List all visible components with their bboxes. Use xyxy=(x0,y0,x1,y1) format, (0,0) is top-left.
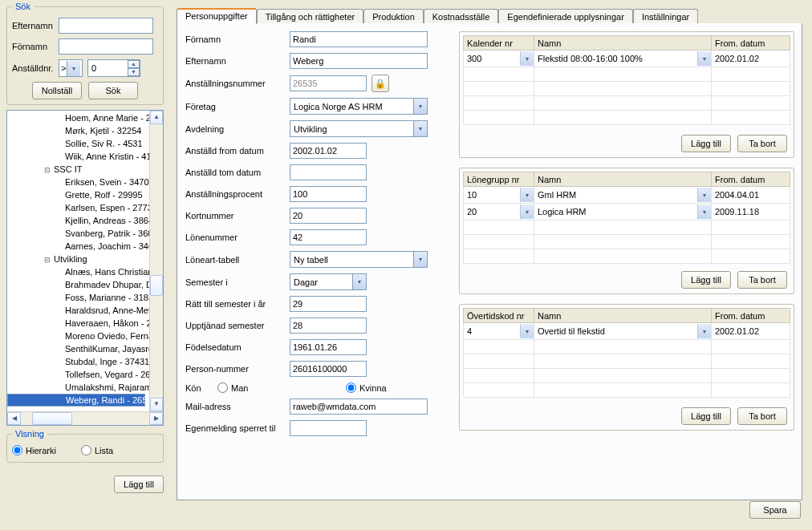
ot-del-button[interactable]: Ta bort xyxy=(737,407,787,425)
tree-item[interactable]: Grette, Rolf - 29995 xyxy=(7,188,149,201)
scroll-left-icon[interactable]: ◀ xyxy=(7,412,21,425)
cal-col-name[interactable]: Namn xyxy=(534,36,712,51)
tree-item[interactable]: Alnæs, Hans Christian - 2… xyxy=(7,265,149,278)
tree-item[interactable]: Aarnes, Joachim - 34625 xyxy=(7,240,149,253)
tree-item[interactable]: Kjellin, Andreas - 38649 xyxy=(7,214,149,227)
spin-down-icon[interactable]: ▼ xyxy=(128,68,140,76)
row-date-cell[interactable]: 2002.01.02 xyxy=(712,323,790,339)
row-name-combo[interactable]: Gml HRM▾ xyxy=(534,187,711,203)
tree-item[interactable]: Wiik, Anne Kristin - 41317 xyxy=(7,150,149,163)
pay-del-button[interactable]: Ta bort xyxy=(737,271,787,289)
view-hierarchy-radio[interactable]: Hierarki xyxy=(12,445,56,455)
lock-icon[interactable]: 🔒 xyxy=(371,75,389,92)
tree-item[interactable]: Haraldsrud, Anne-Mette - … xyxy=(7,304,149,317)
tree-item[interactable]: Haveraaen, Håkon - 265… xyxy=(7,317,149,330)
scroll-up-icon[interactable]: ▲ xyxy=(150,111,163,124)
row-no-combo[interactable]: 300▾ xyxy=(464,51,534,67)
tree-item[interactable]: Hoem, Anne Marie - 26524 xyxy=(7,111,149,124)
spin-up-icon[interactable]: ▲ xyxy=(128,60,140,68)
tree-item[interactable]: Weberg, Randi - 26535 xyxy=(7,394,145,407)
save-button[interactable]: Spara xyxy=(749,501,801,519)
row-no-combo[interactable]: 10▾ xyxy=(464,187,534,203)
empno-operator-combo[interactable]: > ▾ xyxy=(59,59,83,77)
tree-item[interactable]: Eriksen, Svein - 34705 xyxy=(7,176,149,188)
vac-unit-select[interactable]: Dagar▾ xyxy=(290,273,367,290)
birth-field[interactable] xyxy=(290,339,367,355)
row-date-cell[interactable]: 2009.11.18 xyxy=(712,204,790,220)
tree-item[interactable]: Sollie, Siv R. - 4531 xyxy=(7,137,149,150)
reset-button[interactable]: Nollställ xyxy=(32,82,82,99)
scroll-right-icon[interactable]: ▶ xyxy=(149,412,163,425)
tree-item[interactable]: Stubdal, Inge - 37431 xyxy=(7,355,149,368)
row-date-cell[interactable]: 2004.04.01 xyxy=(712,187,790,203)
hired-from-field[interactable] xyxy=(290,143,367,159)
pay-col-name[interactable]: Namn xyxy=(534,172,712,187)
table-row[interactable]: 20▾Logica HRM▾2009.11.18 xyxy=(464,204,790,220)
row-name-combo[interactable]: Overtid til flekstid▾ xyxy=(534,323,711,339)
cardno-field[interactable] xyxy=(290,208,367,224)
tree-item[interactable]: Moreno Oviedo, Fernand… xyxy=(7,330,149,342)
ot-col-no[interactable]: Övertidskod nr xyxy=(464,309,534,323)
tree-node[interactable]: Utvikling xyxy=(7,253,149,265)
calendar-table[interactable]: Kalender nr Namn From. datum 300▾Fleksti… xyxy=(463,35,790,125)
tree-item[interactable]: SenthilKumar, Jayasree - … xyxy=(7,342,149,355)
employee-tree[interactable]: Hoem, Anne Marie - 26524Mørk, Kjetil - 3… xyxy=(6,110,164,426)
pct-field[interactable] xyxy=(290,186,367,202)
gender-female-radio[interactable]: Kvinna xyxy=(346,382,450,393)
lastname-field[interactable] xyxy=(290,53,428,69)
company-select[interactable]: Logica Norge AS HRM▾ xyxy=(290,98,428,115)
tab-egendefinierade-upplysningar[interactable]: Egendefinierade upplysningar xyxy=(498,9,633,25)
pay-add-button[interactable]: Lägg till xyxy=(681,271,731,289)
table-row[interactable]: 10▾Gml HRM▾2004.04.01 xyxy=(464,187,790,204)
vac-earned-field[interactable] xyxy=(290,318,367,334)
tree-item[interactable]: Karlsen, Espen - 27737 xyxy=(7,201,149,214)
vertical-scrollbar[interactable]: ▲ ▼ xyxy=(149,111,163,411)
view-list-radio[interactable]: Lista xyxy=(81,445,113,455)
cal-col-no[interactable]: Kalender nr xyxy=(464,36,534,51)
tab-produktion[interactable]: Produktion xyxy=(363,9,424,25)
ot-col-name[interactable]: Namn xyxy=(534,309,712,323)
paygroup-table[interactable]: Lönegrupp nr Namn From. datum 10▾Gml HRM… xyxy=(463,172,790,264)
scroll-down-icon[interactable]: ▼ xyxy=(150,398,163,411)
mail-field[interactable] xyxy=(290,399,428,415)
pay-col-no[interactable]: Lönegrupp nr xyxy=(464,172,534,187)
cal-add-button[interactable]: Lägg till xyxy=(681,135,731,152)
cal-del-button[interactable]: Ta bort xyxy=(737,135,787,152)
egen-field[interactable] xyxy=(290,420,367,436)
tree-node[interactable]: SSC IT xyxy=(7,163,149,176)
row-date-cell[interactable]: 2002.01.02 xyxy=(712,51,790,67)
cal-col-date[interactable]: From. datum xyxy=(712,36,790,51)
tree-item[interactable]: Umalakshmi, Rajaram - 4… xyxy=(7,381,149,394)
payno-field[interactable] xyxy=(290,229,367,245)
tab-personuppgifter[interactable]: Personuppgifter xyxy=(177,8,257,24)
row-no-combo[interactable]: 4▾ xyxy=(464,323,534,339)
tree-item[interactable]: Brahmadev Dhupar, Divya… xyxy=(7,278,149,291)
vac-right-field[interactable] xyxy=(290,296,367,312)
scroll-thumb[interactable] xyxy=(150,275,163,296)
tab-kostnadsst-lle[interactable]: Kostnadsställe xyxy=(424,9,499,25)
table-row[interactable]: 300▾Flekstid 08:00-16:00 100%▾2002.01.02 xyxy=(464,51,790,67)
paytable-select[interactable]: Ny tabell▾ xyxy=(290,251,428,268)
hscroll-thumb[interactable] xyxy=(32,412,72,425)
hired-to-field[interactable] xyxy=(290,164,367,180)
ot-add-button[interactable]: Lägg till xyxy=(681,407,731,425)
tree-item[interactable]: Mørk, Kjetil - 32254 xyxy=(7,124,149,137)
search-button[interactable]: Sök xyxy=(88,82,138,99)
tab-inst-llningar[interactable]: Inställningar xyxy=(633,9,698,25)
lastname-input[interactable] xyxy=(59,18,153,34)
row-name-combo[interactable]: Logica HRM▾ xyxy=(534,204,711,220)
gender-male-radio[interactable]: Man xyxy=(217,382,322,393)
tree-item[interactable]: Svanberg, Patrik - 36079 xyxy=(7,227,149,240)
horizontal-scrollbar[interactable]: ◀ ▶ xyxy=(7,411,163,425)
tab-tillg-ng-och-r-ttigheter[interactable]: Tillgång och rättigheter xyxy=(257,9,364,25)
firstname-field[interactable] xyxy=(290,31,428,47)
add-employee-button[interactable]: Lägg till xyxy=(114,475,164,493)
table-row[interactable]: 4▾Overtid til flekstid▾2002.01.02 xyxy=(464,323,790,340)
row-no-combo[interactable]: 20▾ xyxy=(464,204,534,220)
overtime-table[interactable]: Övertidskod nr Namn From. datum 4▾Overti… xyxy=(463,308,790,398)
row-name-combo[interactable]: Flekstid 08:00-16:00 100%▾ xyxy=(534,51,711,67)
pay-col-date[interactable]: From. datum xyxy=(712,172,790,187)
ot-col-date[interactable]: From. datum xyxy=(712,309,790,323)
ssn-field[interactable] xyxy=(290,361,367,377)
firstname-input[interactable] xyxy=(59,38,153,55)
